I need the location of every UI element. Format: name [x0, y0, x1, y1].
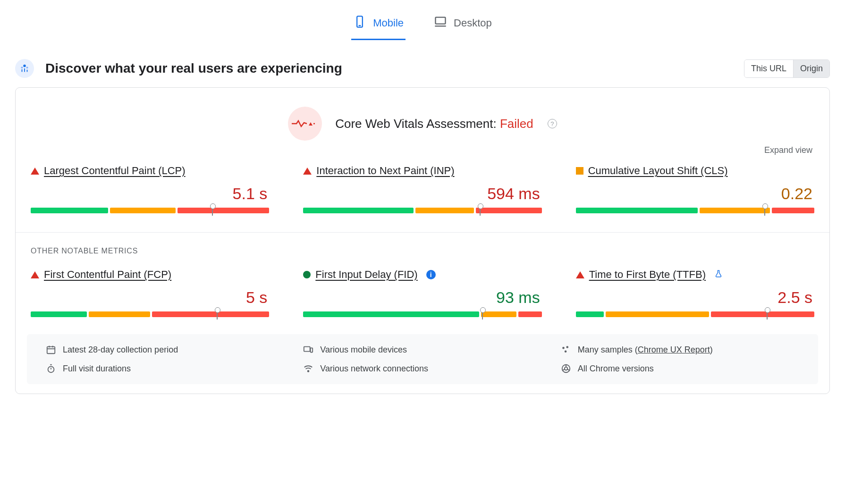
header-row: Discover what your real users are experi…	[15, 59, 830, 78]
metric-ttfb-name[interactable]: Time to First Byte (TTFB)	[589, 269, 706, 281]
metric-lcp: Largest Contentful Paint (LCP) 5.1 s	[31, 165, 269, 213]
svg-point-23	[308, 370, 309, 372]
tab-desktop-label: Desktop	[454, 17, 492, 29]
context-devices-text: Various mobile devices	[320, 345, 407, 355]
metric-ttfb: Time to First Byte (TTFB) 2.5 s	[576, 269, 814, 317]
context-versions-text: All Chrome versions	[578, 364, 654, 374]
other-metrics-grid: First Contentful Paint (FCP) 5 s First I…	[31, 269, 814, 317]
metric-lcp-name[interactable]: Largest Contentful Paint (LCP)	[44, 165, 186, 177]
metric-lcp-gauge	[31, 208, 269, 213]
metric-inp-gauge	[303, 208, 541, 213]
mobile-icon	[353, 15, 366, 31]
svg-rect-11	[47, 347, 55, 354]
expand-row: Expand view	[33, 145, 812, 155]
chrome-icon	[561, 363, 571, 374]
metric-cls-name[interactable]: Cumulative Layout Shift (CLS)	[588, 165, 728, 177]
header-left: Discover what your real users are experi…	[15, 59, 342, 78]
divider	[16, 232, 829, 233]
page-title: Discover what your real users are experi…	[45, 61, 342, 76]
svg-rect-2	[436, 17, 446, 24]
device-tabs: Mobile Desktop	[15, 9, 830, 40]
svg-point-25	[564, 367, 567, 370]
svg-rect-15	[304, 347, 310, 352]
status-poor-icon	[303, 168, 312, 175]
assessment-status: Failed	[500, 117, 533, 131]
scatter-icon	[561, 344, 571, 355]
desktop-icon	[434, 15, 447, 31]
expand-view-link[interactable]: Expand view	[764, 145, 812, 155]
metric-inp-name[interactable]: Interaction to Next Paint (INP)	[316, 165, 454, 177]
scope-origin[interactable]: Origin	[793, 60, 829, 77]
flask-icon[interactable]	[714, 269, 723, 280]
svg-point-4	[23, 65, 26, 67]
svg-rect-7	[22, 69, 23, 72]
status-ni-icon	[576, 167, 583, 175]
assessment-text: Core Web Vitals Assessment: Failed	[335, 117, 533, 131]
metric-fid-gauge	[303, 311, 541, 317]
metric-fcp: First Contentful Paint (FCP) 5 s	[31, 269, 269, 317]
context-samples-link[interactable]: Chrome UX Report	[638, 345, 710, 354]
status-poor-icon	[31, 168, 39, 175]
context-devices: Various mobile devices	[303, 344, 541, 355]
metric-fid-value: 93 ms	[303, 288, 540, 307]
assessment-row: Core Web Vitals Assessment: Failed ?	[31, 107, 814, 141]
context-samples: Many samples (Chrome UX Report)	[561, 344, 799, 355]
context-box: Latest 28-day collection period Various …	[27, 334, 818, 384]
svg-rect-8	[24, 68, 25, 72]
core-metrics-grid: Largest Contentful Paint (LCP) 5.1 s Int…	[31, 165, 814, 213]
metric-ttfb-value: 2.5 s	[576, 288, 812, 307]
metric-fcp-gauge	[31, 311, 269, 317]
scope-toggle: This URL Origin	[744, 59, 830, 78]
help-icon[interactable]: ?	[548, 119, 557, 128]
metric-ttfb-gauge	[576, 311, 814, 317]
metric-fid: First Input Delay (FID) i 93 ms	[303, 269, 541, 317]
metric-lcp-value: 5.1 s	[31, 185, 267, 203]
svg-point-20	[48, 366, 54, 372]
svg-rect-16	[311, 348, 313, 352]
svg-line-28	[567, 369, 569, 370]
svg-point-6	[26, 67, 28, 68]
svg-point-17	[562, 347, 565, 349]
users-chart-icon	[15, 59, 34, 78]
tab-desktop[interactable]: Desktop	[432, 9, 494, 40]
context-networks-text: Various network connections	[320, 364, 428, 374]
status-good-icon	[303, 271, 311, 278]
scope-this-url[interactable]: This URL	[744, 60, 793, 77]
metric-fcp-value: 5 s	[31, 288, 267, 307]
context-period-text: Latest 28-day collection period	[63, 345, 178, 355]
context-durations: Full visit durations	[46, 363, 284, 374]
info-icon[interactable]: i	[426, 270, 436, 279]
metric-cls: Cumulative Layout Shift (CLS) 0.22	[576, 165, 814, 213]
metric-cls-gauge	[576, 208, 814, 213]
metric-cls-value: 0.22	[576, 185, 812, 203]
context-durations-text: Full visit durations	[63, 364, 131, 374]
metric-fid-name[interactable]: First Input Delay (FID)	[315, 269, 417, 281]
metric-inp-value: 594 ms	[303, 185, 540, 203]
context-networks: Various network connections	[303, 363, 541, 374]
metric-fcp-name[interactable]: First Contentful Paint (FCP)	[44, 269, 171, 281]
tab-mobile-label: Mobile	[373, 17, 404, 29]
assessment-label: Core Web Vitals Assessment:	[335, 117, 500, 131]
vitals-card: Core Web Vitals Assessment: Failed ? Exp…	[15, 87, 830, 394]
context-period: Latest 28-day collection period	[46, 344, 284, 355]
calendar-icon	[46, 344, 56, 355]
devices-icon	[303, 344, 313, 355]
status-poor-icon	[31, 271, 39, 278]
svg-point-18	[566, 346, 568, 348]
stopwatch-icon	[46, 363, 56, 374]
svg-point-19	[564, 350, 566, 353]
other-metrics-heading: OTHER NOTABLE METRICS	[31, 247, 814, 255]
context-samples-prefix: Many samples (	[578, 345, 638, 354]
context-samples-suffix: )	[710, 345, 713, 354]
pulse-icon	[288, 107, 322, 141]
svg-line-27	[563, 369, 565, 370]
context-versions: All Chrome versions	[561, 363, 799, 374]
svg-point-5	[21, 67, 23, 68]
network-icon	[303, 363, 313, 374]
tab-mobile[interactable]: Mobile	[351, 9, 406, 40]
status-poor-icon	[576, 271, 584, 278]
svg-rect-9	[27, 70, 28, 72]
metric-inp: Interaction to Next Paint (INP) 594 ms	[303, 165, 541, 213]
